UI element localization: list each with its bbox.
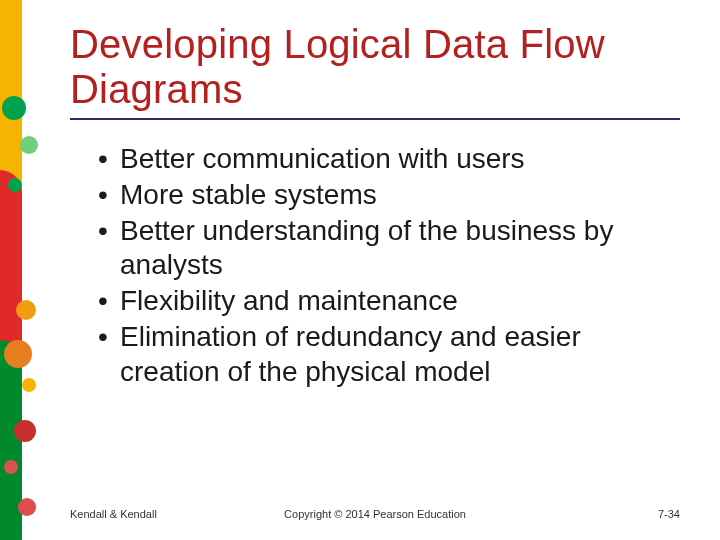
list-item: More stable systems — [98, 178, 680, 212]
bullet-list: Better communication with users More sta… — [70, 142, 680, 389]
footer-copyright: Copyright © 2014 Pearson Education — [70, 508, 680, 520]
list-item: Flexibility and maintenance — [98, 284, 680, 318]
slide-title: Developing Logical Data Flow Diagrams — [70, 22, 680, 120]
footer: Kendall & Kendall Copyright © 2014 Pears… — [70, 508, 680, 520]
list-item: Better understanding of the business by … — [98, 214, 680, 282]
list-item: Better communication with users — [98, 142, 680, 176]
list-item: Elimination of redundancy and easier cre… — [98, 320, 680, 388]
slide: Developing Logical Data Flow Diagrams Be… — [0, 0, 720, 540]
